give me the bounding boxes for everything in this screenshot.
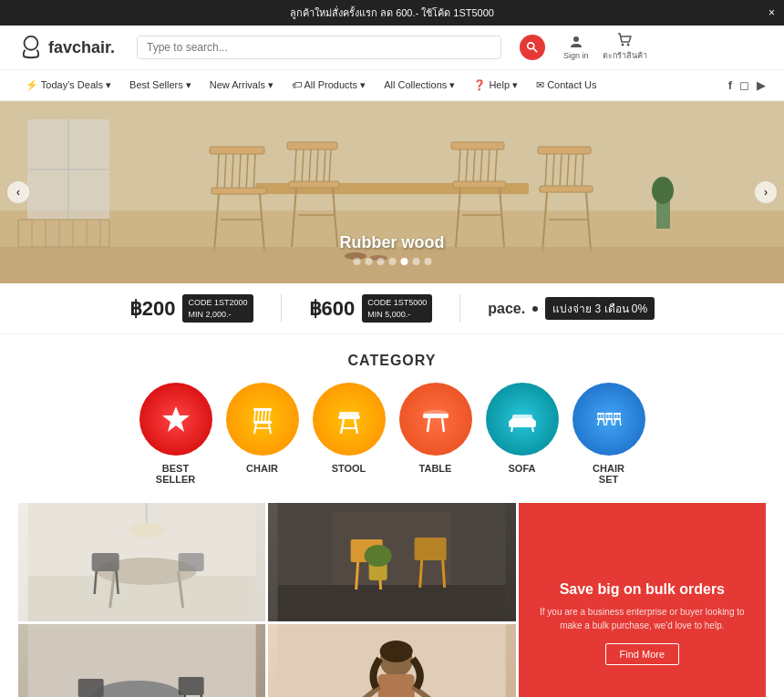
hero-next-button[interactable]: › (755, 181, 777, 203)
svg-line-130 (356, 562, 358, 589)
search-input[interactable] (147, 41, 491, 54)
svg-line-73 (265, 411, 266, 421)
hero-dot-5[interactable] (400, 258, 407, 265)
category-item-stool[interactable]: STOOL (313, 383, 386, 485)
hero-prev-button[interactable]: ‹ (7, 181, 29, 203)
stool-icon (331, 401, 367, 437)
signin-button[interactable]: Sign in (563, 35, 589, 60)
hero-dot-4[interactable] (388, 258, 396, 265)
svg-rect-94 (597, 413, 604, 415)
svg-line-100 (603, 420, 604, 425)
category-label-chair: CHAIR (246, 463, 278, 474)
promo-item-200: ฿200 CODE 1ST2000MIN 2,000.- (102, 294, 282, 323)
svg-point-4 (622, 44, 624, 46)
svg-line-77 (269, 424, 271, 434)
svg-rect-145 (78, 679, 104, 697)
promo-code-200: CODE 1ST2000MIN 2,000.- (182, 294, 253, 323)
category-item-table[interactable]: TABLE (399, 383, 472, 485)
logo[interactable]: favchair. (18, 35, 128, 60)
category-item-chair[interactable]: CHAIR (226, 383, 299, 485)
search-button[interactable] (520, 35, 545, 60)
promo-item-pace: pace. แบ่งจ่าย 3 เดือน 0% (460, 297, 682, 320)
hero-dot-6[interactable] (412, 258, 419, 265)
youtube-icon[interactable]: ▶ (757, 78, 766, 92)
nav-item-contact[interactable]: ✉ Contact Us (529, 76, 603, 95)
banner-close[interactable]: × (769, 6, 775, 19)
image-grid: Save big on bulk orders If you are a bus… (18, 503, 766, 697)
top-banner: ลูกค้าใหม่สั่งครั้งแรก ลด 600.- ใช้โค้ด … (0, 0, 784, 26)
svg-point-87 (423, 410, 449, 417)
svg-rect-89 (509, 420, 515, 427)
hero-dots (340, 258, 445, 265)
nav-item-newarrivals[interactable]: New Arrivals ▾ (202, 76, 281, 95)
image-cell-person[interactable] (268, 624, 515, 697)
nav-item-collections[interactable]: All Collections ▾ (377, 76, 462, 95)
signin-label: Sign in (563, 51, 589, 60)
category-title: CATEGORY (18, 353, 766, 369)
category-item-sofa[interactable]: SOFA (486, 383, 559, 485)
hero-dot-2[interactable] (365, 258, 372, 265)
promo-code-600: CODE 1ST5000MIN 5,000.- (362, 294, 432, 323)
svg-rect-123 (179, 553, 204, 571)
svg-rect-48 (453, 181, 506, 188)
svg-line-74 (269, 411, 270, 421)
svg-rect-37 (289, 181, 339, 188)
image-cell-round-table[interactable] (18, 624, 265, 697)
promo-card-title: Save big on bulk orders (560, 581, 725, 598)
category-grid: BESTSELLER CHAIR (18, 383, 766, 485)
svg-line-80 (341, 419, 344, 434)
cart-icon (617, 33, 632, 47)
svg-line-86 (442, 418, 444, 432)
nav-item-deals[interactable]: ⚡ Today's Deals ▾ (18, 76, 119, 95)
category-label-bestseller: BESTSELLER (156, 463, 195, 485)
category-item-bestseller[interactable]: BESTSELLER (139, 383, 212, 485)
cart-button[interactable]: ตะกร้าสินค้า (603, 33, 647, 62)
svg-rect-120 (92, 553, 119, 571)
facebook-icon[interactable]: f (728, 78, 732, 92)
promo-card-text: If you are a business enterprise or buye… (537, 605, 748, 632)
category-label-chairset: CHAIRSET (593, 463, 624, 485)
chairset-icon (590, 400, 628, 438)
chair-icon (244, 401, 281, 437)
svg-line-106 (606, 420, 607, 425)
nav: ⚡ Today's Deals ▾ Best Sellers ▾ New Arr… (0, 70, 784, 101)
category-circle-stool (313, 383, 386, 456)
image-cell-white-room[interactable] (18, 503, 265, 621)
header-icons: Sign in ตะกร้าสินค้า (563, 33, 647, 62)
nav-item-allproducts[interactable]: 🏷 All Products ▾ (284, 76, 373, 95)
svg-line-92 (511, 427, 512, 432)
image-cell-dark-room[interactable] (268, 503, 515, 621)
promo-amount-200: ฿200 (129, 297, 176, 321)
svg-point-5 (627, 44, 630, 46)
svg-line-133 (420, 560, 422, 588)
svg-line-93 (532, 427, 533, 432)
svg-rect-108 (614, 413, 621, 415)
svg-rect-75 (253, 421, 272, 424)
svg-point-3 (573, 36, 579, 42)
category-circle-chair (226, 383, 299, 456)
hero-dot-7[interactable] (424, 258, 431, 265)
svg-rect-59 (540, 186, 593, 192)
svg-line-76 (254, 424, 256, 434)
instagram-icon[interactable]: ◻ (739, 78, 749, 92)
svg-line-70 (254, 411, 255, 421)
category-item-chairset[interactable]: CHAIRSET (573, 383, 645, 485)
promo-find-more-button[interactable]: Find More (605, 643, 680, 665)
nav-item-help[interactable]: ❓ Help ▾ (466, 76, 525, 95)
svg-rect-98 (597, 418, 604, 420)
hero-dot-3[interactable] (377, 258, 384, 265)
category-label-table: TABLE (419, 463, 452, 474)
svg-rect-148 (179, 677, 204, 695)
svg-rect-91 (512, 415, 532, 420)
svg-rect-83 (339, 412, 359, 416)
category-circle-chairset (573, 383, 645, 456)
nav-item-bestsellers[interactable]: Best Sellers ▾ (122, 76, 199, 95)
pace-installment-text: แบ่งจ่าย 3 เดือน 0% (545, 297, 655, 320)
person-image (268, 624, 515, 697)
svg-rect-19 (210, 147, 264, 154)
pace-separator (532, 306, 538, 312)
hero-dot-1[interactable] (353, 258, 360, 265)
svg-marker-68 (162, 406, 190, 432)
white-room-image (18, 503, 265, 621)
svg-line-71 (258, 411, 259, 421)
